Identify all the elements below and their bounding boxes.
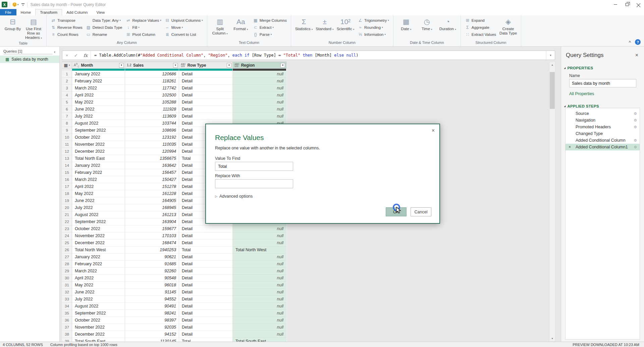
- cell-row-type[interactable]: Detail: [179, 317, 233, 324]
- cell-region[interactable]: null: [233, 106, 286, 113]
- row-number[interactable]: 34: [62, 303, 72, 310]
- cell-sales[interactable]: 91145: [125, 289, 179, 296]
- cell-sales[interactable]: 168474: [125, 239, 179, 247]
- cell-row-type[interactable]: Detail: [179, 296, 233, 303]
- cell-region[interactable]: null: [233, 99, 286, 106]
- ribbon-button-fill[interactable]: ↓Fill▾: [125, 24, 161, 30]
- cell-region[interactable]: null: [233, 324, 286, 331]
- step-settings-gear-icon[interactable]: ⚙: [631, 118, 640, 123]
- restore-button[interactable]: [621, 0, 633, 9]
- cell-month[interactable]: August 2022: [72, 303, 125, 310]
- row-number[interactable]: 37: [62, 324, 72, 331]
- cell-month[interactable]: May 2022: [72, 190, 125, 197]
- cell-sales[interactable]: 103744: [125, 120, 179, 127]
- cell-month[interactable]: June 2022: [72, 106, 125, 113]
- cell-sales[interactable]: 108696: [125, 127, 179, 134]
- cell-row-type[interactable]: Detail: [179, 310, 233, 317]
- collapse-ribbon-icon[interactable]: ^: [629, 40, 631, 44]
- row-number[interactable]: 9: [62, 127, 72, 134]
- applied-step-added-conditional-column[interactable]: Added Conditional Column⚙: [566, 137, 640, 144]
- cell-month[interactable]: Total North East: [72, 155, 125, 162]
- cell-month[interactable]: October 2022: [72, 225, 125, 232]
- minimize-button[interactable]: [610, 0, 621, 9]
- cell-sales[interactable]: 150427: [125, 176, 179, 183]
- cell-month[interactable]: November 2022: [72, 324, 125, 331]
- cell-row-type[interactable]: Detail: [179, 331, 233, 338]
- cell-region[interactable]: null: [233, 268, 286, 275]
- cell-month[interactable]: April 2022: [72, 275, 125, 282]
- cell-sales[interactable]: 151278: [125, 183, 179, 190]
- cell-month[interactable]: March 2022: [72, 85, 125, 92]
- row-number[interactable]: 12: [62, 148, 72, 155]
- ribbon-button-extract[interactable]: ⊂Extract▾: [253, 24, 287, 30]
- cell-month[interactable]: July 2022: [72, 113, 125, 120]
- cell-region[interactable]: null: [233, 331, 286, 338]
- row-number[interactable]: 20: [62, 204, 72, 211]
- cell-month[interactable]: December 2022: [72, 239, 125, 247]
- cell-month[interactable]: February 2022: [72, 78, 125, 85]
- ribbon-button-aggregate[interactable]: ΣAggregate: [465, 24, 496, 30]
- cell-region[interactable]: null: [233, 282, 286, 289]
- filter-button[interactable]: ▾: [227, 63, 231, 68]
- cell-region[interactable]: null: [233, 310, 286, 317]
- row-number[interactable]: 25: [62, 239, 72, 247]
- applied-step-source[interactable]: Source⚙: [566, 110, 640, 117]
- cell-row-type[interactable]: Detail: [179, 85, 233, 92]
- cell-region[interactable]: null: [233, 261, 286, 268]
- row-number[interactable]: 15: [62, 169, 72, 176]
- cell-month[interactable]: May 2022: [72, 99, 125, 106]
- row-number[interactable]: 35: [62, 310, 72, 317]
- row-number[interactable]: 18: [62, 190, 72, 197]
- cell-month[interactable]: February 2022: [72, 169, 125, 176]
- row-number[interactable]: 28: [62, 261, 72, 268]
- row-number[interactable]: 22: [62, 218, 72, 225]
- row-number[interactable]: 3: [62, 85, 72, 92]
- delete-step-icon[interactable]: ×: [569, 145, 571, 149]
- ribbon-button-rename[interactable]: ▭Rename: [86, 31, 122, 38]
- feedback-smiley-icon[interactable]: [12, 2, 17, 7]
- ribbon-button-date[interactable]: ▦Date▾: [396, 16, 417, 41]
- ribbon-button-parse[interactable]: {}Parse▾: [253, 31, 287, 38]
- cell-row-type[interactable]: Detail: [179, 239, 233, 247]
- cell-region[interactable]: Total North West: [233, 247, 286, 254]
- ribbon-button-detect-data-type[interactable]: ▨Detect Data Type: [86, 24, 122, 30]
- row-number[interactable]: 23: [62, 225, 72, 232]
- cell-month[interactable]: March 2022: [72, 176, 125, 183]
- cell-sales[interactable]: 94152: [125, 331, 179, 338]
- cell-month[interactable]: October 2022: [72, 134, 125, 141]
- ribbon-button-time[interactable]: ◷Time▾: [417, 16, 437, 41]
- query-item-sales-data-by-month[interactable]: ▦Sales data by month: [0, 56, 59, 63]
- cell-month[interactable]: November 2022: [72, 232, 125, 239]
- cell-month[interactable]: July 2022: [72, 296, 125, 303]
- cell-row-type[interactable]: Detail: [179, 275, 233, 282]
- cell-sales[interactable]: 117742: [125, 85, 179, 92]
- cell-month[interactable]: June 2022: [72, 289, 125, 296]
- cell-month[interactable]: April 2022: [72, 183, 125, 190]
- cell-month[interactable]: August 2022: [72, 211, 125, 218]
- ribbon-button-standard[interactable]: ±Standard▾: [314, 16, 335, 41]
- vertical-scrollbar[interactable]: ▴ ▾: [549, 62, 555, 342]
- query-settings-close-icon[interactable]: ×: [634, 52, 639, 58]
- formula-cancel-icon[interactable]: ×: [62, 53, 71, 58]
- row-number[interactable]: 19: [62, 197, 72, 204]
- cell-sales[interactable]: 90491: [125, 303, 179, 310]
- smiley-dropdown-icon[interactable]: ▾: [17, 3, 19, 6]
- cell-sales[interactable]: 91685: [125, 261, 179, 268]
- cell-sales[interactable]: 120994: [125, 148, 179, 155]
- ribbon-button-scientific[interactable]: 10²Scientific▾: [335, 16, 356, 41]
- ribbon-button-information[interactable]: ⅓Information▾: [358, 31, 389, 38]
- cell-region[interactable]: null: [233, 303, 286, 310]
- row-number[interactable]: 16: [62, 176, 72, 183]
- cell-month[interactable]: November 2022: [72, 141, 125, 148]
- cancel-button[interactable]: Cancel: [411, 207, 431, 216]
- cell-row-type[interactable]: Detail: [179, 99, 233, 106]
- cell-row-type[interactable]: Detail: [179, 268, 233, 275]
- cell-row-type[interactable]: Detail: [179, 232, 233, 239]
- scroll-up-icon[interactable]: ▴: [549, 62, 555, 68]
- tab-file[interactable]: File: [0, 9, 16, 15]
- cell-sales[interactable]: 164905: [125, 197, 179, 204]
- tab-transform[interactable]: Transform: [35, 9, 62, 15]
- cell-region[interactable]: null: [233, 92, 286, 99]
- cell-sales[interactable]: 161213: [125, 211, 179, 218]
- row-number[interactable]: 5: [62, 99, 72, 106]
